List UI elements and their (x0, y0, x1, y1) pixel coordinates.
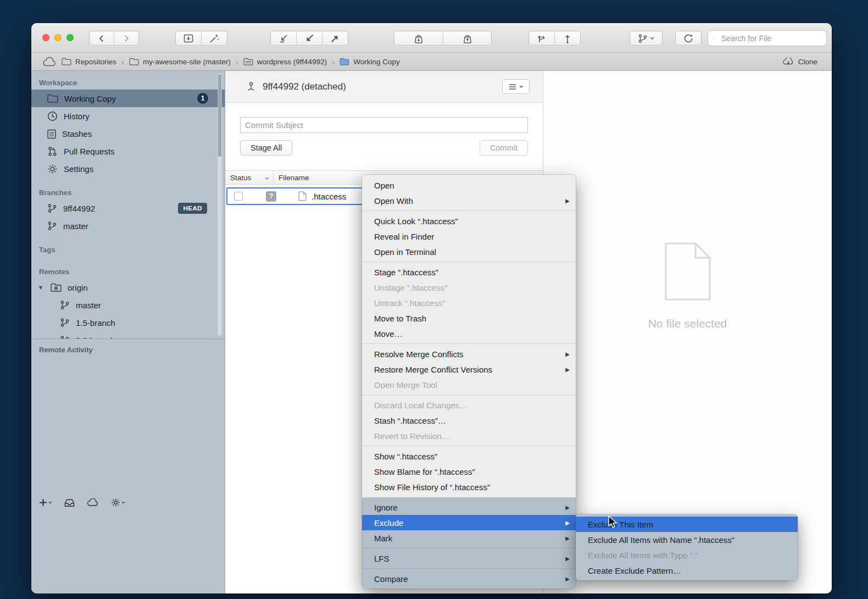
menu-item-restore-merge-conflict-versions[interactable]: Restore Merge Conflict Versions▶ (362, 362, 576, 377)
clone-button[interactable]: Clone (782, 53, 817, 71)
menu-item-mark[interactable]: Mark▶ (362, 530, 576, 546)
menu-item-stage[interactable]: Stage “.htaccess” (362, 264, 576, 280)
branch-label: master (63, 221, 88, 231)
submenu-item-create-exclude-pattern[interactable]: Create Exclude Pattern… (576, 563, 798, 578)
sidebar-remote-branch-master[interactable]: master (31, 296, 225, 314)
breadcrumb-repo[interactable]: my-awesome-site (master) (129, 58, 231, 66)
disclosure-triangle-icon[interactable]: ▼ (37, 284, 44, 291)
sidebar-remote-branch-1-5[interactable]: 1.5-branch (31, 314, 225, 331)
clone-cloud-icon (782, 58, 794, 66)
unstash-button[interactable] (443, 31, 491, 45)
sidebar-item-pull-requests[interactable]: Pull Requests (31, 142, 225, 160)
branch-button[interactable] (529, 31, 554, 45)
commit-button-toolbar[interactable] (176, 31, 201, 45)
sidebar-scrollbar[interactable] (218, 73, 222, 336)
stage-all-button[interactable]: Stage All (240, 140, 292, 156)
sidebar-branch-master[interactable]: master (31, 217, 225, 235)
sidebar-scrollbar-thumb[interactable] (218, 74, 221, 157)
menu-item-resolve-merge-conflicts[interactable]: Resolve Merge Conflicts▶ (362, 346, 576, 362)
menu-item-open-in-terminal[interactable]: Open in Terminal (362, 244, 576, 259)
close-button[interactable] (42, 34, 49, 41)
branch-group (528, 31, 581, 46)
search-input[interactable] (720, 34, 822, 43)
column-status[interactable]: Status (225, 171, 274, 184)
sidebar-branch-9ff44992[interactable]: 9ff44992 HEAD (31, 199, 225, 217)
branch-menu-button[interactable] (630, 31, 662, 45)
refresh-icon (683, 33, 694, 44)
menu-item-ignore[interactable]: Ignore▶ (362, 500, 576, 515)
menu-item-move[interactable]: Move… (362, 326, 576, 341)
breadcrumb-repositories[interactable]: Repositories (62, 58, 116, 66)
menu-item-show-blame[interactable]: Show Blame for “.htaccess” (362, 464, 576, 479)
submenu-arrow-icon: ▶ (565, 367, 570, 373)
forward-button[interactable] (114, 31, 138, 45)
breadcrumb-label: Repositories (75, 58, 116, 66)
menu-item-reveal-in-finder[interactable]: Reveal in Finder (362, 229, 576, 244)
sidebar-remote-origin[interactable]: ▼ origin (31, 279, 225, 296)
file-icon (298, 191, 307, 201)
menu-item-open-with[interactable]: Open With▶ (362, 193, 576, 208)
minimize-button[interactable] (54, 34, 62, 41)
menu-label: Exclude This Item (588, 520, 653, 529)
menu-item-move-to-trash[interactable]: Move to Trash (362, 310, 576, 326)
menu-item-lfs[interactable]: LFS▶ (362, 551, 576, 566)
refresh-button[interactable] (676, 31, 701, 45)
no-file-placeholder: No file selected (648, 241, 727, 330)
pull-request-icon (47, 146, 58, 157)
sync-group (270, 31, 348, 46)
tray-button[interactable] (64, 498, 75, 507)
stash-group (394, 31, 492, 46)
menu-item-exclude[interactable]: Exclude▶ (362, 515, 576, 530)
pull-button[interactable] (296, 31, 322, 45)
branches-section-header: Branches (31, 181, 225, 199)
add-button[interactable] (39, 498, 52, 507)
zoom-button[interactable] (66, 34, 74, 41)
cloud-icon[interactable] (42, 57, 57, 66)
menu-label: Open (374, 181, 394, 190)
menu-item-open[interactable]: Open (362, 178, 576, 193)
menu-separator (362, 210, 576, 211)
blue-folder-icon (340, 58, 349, 65)
column-filename[interactable]: Filename (274, 174, 309, 182)
menu-label: Exclude (374, 518, 403, 528)
menu-label: Reveal in Finder (374, 232, 434, 241)
branch-icon (536, 33, 547, 44)
commit-subject-input[interactable] (240, 117, 528, 133)
stash-button[interactable] (394, 31, 443, 45)
breadcrumb-submodule[interactable]: wordpress (9ff44992) (243, 58, 327, 66)
menu-item-show[interactable]: Show “.htaccess” (362, 448, 576, 464)
back-chevron-icon (97, 34, 107, 43)
breadcrumb-working-copy[interactable]: Working Copy (340, 58, 400, 66)
breadcrumb-separator: › (121, 57, 124, 66)
menu-item-stash[interactable]: Stash “.htaccess”… (362, 413, 576, 428)
sidebar-item-settings[interactable]: Settings (31, 160, 225, 178)
menu-label: Resolve Merge Conflicts (374, 350, 464, 359)
merge-icon (562, 33, 573, 44)
amend-button[interactable] (201, 31, 227, 45)
menu-item-quick-look[interactable]: Quick Look “.htaccess” (362, 213, 576, 229)
submenu-item-exclude-this-item[interactable]: Exclude This Item (576, 517, 798, 532)
merge-button[interactable] (554, 31, 580, 45)
menu-item-compare[interactable]: Compare▶ (362, 571, 576, 586)
commit-button[interactable]: Commit (480, 140, 528, 156)
filename-label: .htaccess (311, 192, 346, 201)
push-button[interactable] (322, 31, 348, 45)
submenu-item-exclude-all-with-name[interactable]: Exclude All Items with Name “.htaccess” (576, 532, 798, 547)
column-filename-label: Filename (279, 174, 309, 182)
breadcrumb-label: my-awesome-site (master) (143, 58, 231, 66)
search-field[interactable] (708, 30, 827, 46)
back-button[interactable] (90, 31, 114, 45)
menu-item-show-file-history[interactable]: Show File History of “.htaccess” (362, 479, 576, 495)
cloud-button[interactable] (87, 498, 99, 507)
fetch-button[interactable] (271, 31, 296, 45)
settings-gear-button[interactable] (111, 498, 125, 507)
breadcrumb-separator: › (236, 57, 238, 66)
list-options-button[interactable] (502, 79, 530, 94)
sidebar-item-stashes[interactable]: Stashes (31, 125, 225, 142)
sidebar-remote-branch-2-0[interactable]: 2.0-branch (31, 331, 225, 339)
folder-icon (129, 58, 139, 65)
sidebar-item-working-copy[interactable]: Working Copy 1 (31, 90, 225, 107)
gear-icon (47, 164, 58, 174)
sidebar-item-history[interactable]: History (31, 107, 225, 125)
stage-checkbox[interactable] (234, 192, 243, 201)
